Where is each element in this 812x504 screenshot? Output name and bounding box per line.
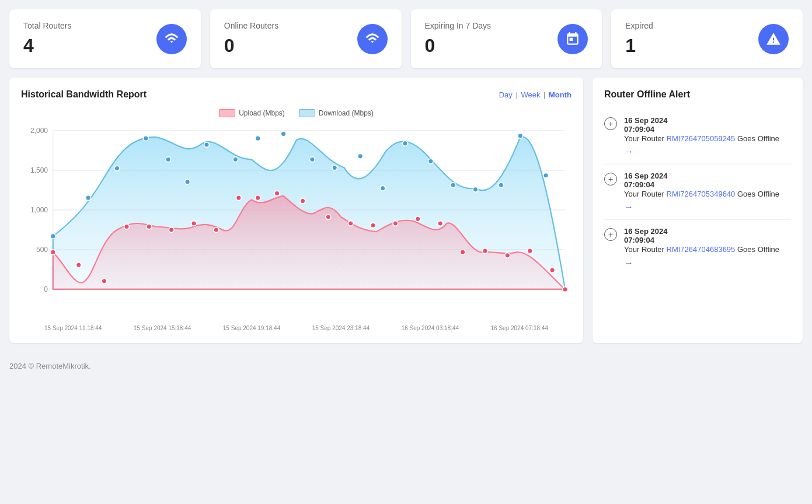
expiring-icon: [557, 24, 588, 54]
alert-circle-icon-3: +: [604, 228, 617, 241]
alert-circle-icon-1: +: [604, 117, 617, 130]
svg-point-46: [348, 221, 353, 226]
svg-point-34: [76, 262, 81, 268]
svg-point-25: [403, 141, 408, 146]
total-routers-value: 4: [23, 35, 71, 57]
svg-point-28: [473, 187, 478, 192]
alert-time-3: 16 Sep 202407:09:04: [624, 227, 791, 244]
svg-point-20: [281, 131, 286, 136]
alert-title: Router Offline Alert: [604, 89, 791, 100]
alert-list[interactable]: + 16 Sep 202407:09:04 Your Router RMI726…: [604, 109, 791, 331]
svg-point-29: [499, 183, 504, 188]
svg-point-27: [451, 183, 456, 188]
svg-point-19: [255, 136, 260, 141]
svg-point-15: [166, 157, 171, 162]
online-routers-card: Online Routers 0: [210, 9, 402, 68]
svg-point-33: [50, 250, 55, 255]
svg-point-56: [563, 287, 568, 292]
alert-card: Router Offline Alert + 16 Sep 202407:09:…: [593, 78, 803, 343]
svg-point-54: [527, 249, 532, 254]
svg-point-39: [191, 221, 197, 226]
bottom-section: Historical Bandwidth Report Day | Week |…: [9, 78, 803, 343]
svg-point-30: [518, 133, 523, 138]
svg-point-43: [274, 191, 280, 196]
expired-card: Expired 1: [611, 9, 803, 68]
wifi-icon: [164, 32, 179, 47]
svg-text:0: 0: [44, 285, 48, 293]
svg-point-16: [185, 179, 190, 184]
legend-download: Download (Mbps): [299, 109, 374, 117]
chart-header: Historical Bandwidth Report Day | Week |…: [21, 89, 571, 100]
alert-message-3: Your Router RMI7264704683695 Goes Offlin…: [624, 244, 791, 255]
svg-text:500: 500: [36, 246, 48, 254]
x-axis-labels: 15 Sep 2024 11:18:44 15 Sep 2024 15:18:4…: [21, 325, 571, 331]
stats-row: Total Routers 4 Online Routers 0: [9, 9, 803, 68]
alert-message-2: Your Router RMI7264705349640 Goes Offlin…: [624, 189, 791, 200]
svg-point-24: [380, 186, 385, 191]
x-label-2: 15 Sep 2024 19:18:44: [223, 325, 280, 331]
total-routers-card: Total Routers 4: [9, 9, 201, 68]
svg-point-23: [358, 153, 363, 159]
svg-point-45: [326, 215, 331, 220]
svg-point-26: [428, 159, 433, 164]
svg-point-55: [550, 268, 555, 273]
svg-point-51: [460, 250, 465, 255]
wifi-icon-2: [365, 32, 380, 47]
svg-text:1,500: 1,500: [30, 166, 48, 174]
x-label-3: 15 Sep 2024 23:18:44: [312, 325, 370, 331]
footer-text: 2024 © RemoteMikrotik.: [9, 362, 91, 370]
calendar-icon: [565, 32, 580, 47]
svg-point-50: [438, 221, 443, 226]
svg-point-18: [233, 157, 238, 162]
svg-point-17: [204, 142, 210, 148]
chart-area: 2,000 1,500 1,000 500 0: [21, 124, 571, 323]
router-id-3: RMI7264704683695: [667, 245, 736, 254]
x-label-0: 15 Sep 2024 11:18:44: [44, 325, 102, 331]
online-routers-icon: [357, 24, 388, 54]
alert-circle-icon-2: +: [604, 173, 617, 186]
svg-point-52: [483, 249, 488, 254]
legend-upload-box: [219, 109, 235, 117]
expiring-label: Expiring In 7 Days: [425, 21, 492, 30]
total-routers-icon: [156, 24, 187, 54]
expiring-value: 0: [425, 35, 492, 57]
svg-point-47: [371, 223, 376, 228]
svg-point-38: [169, 228, 174, 233]
legend-upload: Upload (Mbps): [219, 109, 285, 117]
alert-arrow-1[interactable]: →: [624, 146, 791, 157]
alert-message-1: Your Router RMI7264705059245 Goes Offlin…: [624, 134, 791, 144]
svg-text:1,000: 1,000: [30, 206, 48, 214]
alert-triangle-icon: [766, 32, 781, 47]
chart-filters: Day | Week | Month: [499, 90, 571, 99]
alert-arrow-2[interactable]: →: [624, 202, 791, 212]
total-routers-label: Total Routers: [23, 21, 71, 30]
alert-item-2: + 16 Sep 202407:09:04 Your Router RMI726…: [604, 164, 791, 220]
alert-time-1: 16 Sep 202407:09:04: [624, 116, 791, 134]
svg-point-22: [332, 165, 337, 170]
svg-point-40: [214, 228, 219, 233]
chart-legend: Upload (Mbps) Download (Mbps): [21, 109, 571, 117]
svg-point-36: [124, 224, 130, 229]
alert-time-2: 16 Sep 202407:09:04: [624, 172, 791, 189]
svg-point-11: [50, 234, 55, 239]
svg-point-53: [505, 253, 510, 258]
expired-icon: [758, 24, 789, 54]
alert-arrow-3[interactable]: →: [624, 258, 791, 268]
alert-item-3: + 16 Sep 202407:09:04 Your Router RMI726…: [604, 220, 791, 275]
svg-point-37: [147, 224, 152, 229]
router-id-2: RMI7264705349640: [667, 190, 736, 198]
svg-point-48: [393, 221, 398, 226]
footer: 2024 © RemoteMikrotik.: [0, 352, 812, 380]
x-label-4: 16 Sep 2024 03:18:44: [402, 325, 459, 331]
x-label-5: 16 Sep 2024 07:18:44: [491, 325, 548, 331]
filter-week[interactable]: Week: [521, 90, 540, 99]
svg-point-12: [86, 195, 91, 201]
filter-day[interactable]: Day: [499, 90, 513, 99]
online-routers-label: Online Routers: [224, 21, 278, 30]
online-routers-value: 0: [224, 35, 278, 57]
alert-item-1: + 16 Sep 202407:09:04 Your Router RMI726…: [604, 109, 791, 164]
svg-point-44: [300, 198, 305, 204]
svg-point-49: [415, 216, 420, 222]
filter-month[interactable]: Month: [549, 90, 571, 99]
expiring-card: Expiring In 7 Days 0: [411, 9, 602, 68]
